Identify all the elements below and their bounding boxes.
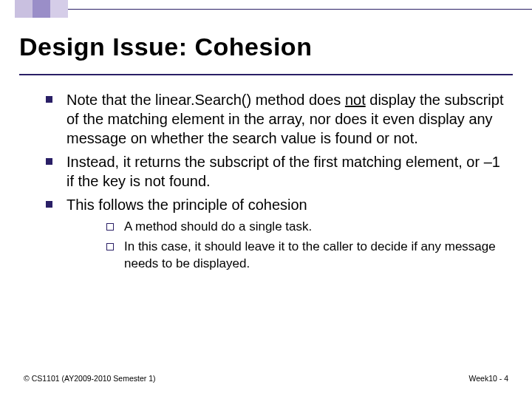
underlined-text: not [345, 92, 366, 108]
title-underline [19, 74, 513, 75]
sub-bullet-item: A method should do a single task. [98, 219, 508, 236]
bullet-list: Note that the linear.Search() method doe… [35, 90, 508, 273]
bullet-text: Note that the linear.Search() method doe… [66, 92, 345, 108]
deco-square [50, 0, 68, 18]
footer-left: © CS1101 (AY2009-2010 Semester 1) [24, 374, 156, 383]
bullet-item: Note that the linear.Search() method doe… [35, 90, 508, 148]
slide-body: Note that the linear.Search() method doe… [35, 90, 508, 277]
slide-footer: © CS1101 (AY2009-2010 Semester 1) Week10… [24, 374, 508, 383]
bullet-item: Instead, it returns the subscript of the… [35, 152, 508, 191]
bullet-item: This follows the principle of cohesion A… [35, 195, 508, 273]
footer-right: Week10 - 4 [469, 374, 509, 383]
sub-bullet-list: A method should do a single task. In thi… [98, 219, 508, 273]
deco-square [15, 0, 33, 18]
deco-line [68, 9, 532, 10]
slide-title: Design Issue: Cohesion [19, 33, 312, 61]
bullet-text: This follows the principle of cohesion [66, 197, 307, 213]
sub-bullet-item: In this case, it should leave it to the … [98, 239, 508, 273]
header-decoration [15, 0, 68, 18]
deco-square [33, 0, 50, 18]
